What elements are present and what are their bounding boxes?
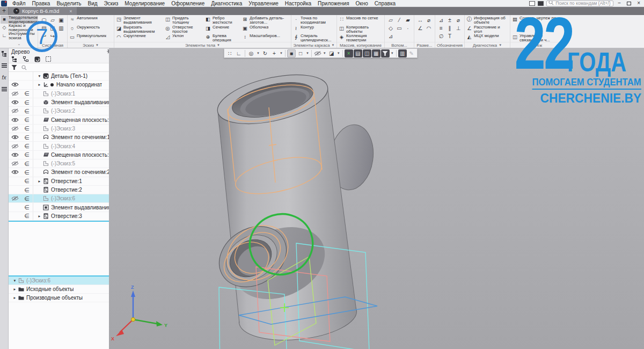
contour-command[interactable]: ≀Контур <box>293 25 335 33</box>
menu-item-12[interactable]: Окно <box>353 1 371 6</box>
tree-row[interactable]: ▸Начало координат <box>9 81 115 89</box>
menu-item-2[interactable]: Правка <box>29 1 54 6</box>
menu-item-10[interactable]: Настройка <box>282 1 314 6</box>
menu-item-13[interactable]: Справка <box>371 1 399 6</box>
tree-row[interactable]: ∈Элемент выдавливания:3 <box>9 203 115 212</box>
fillet-command[interactable]: ◠Скругление <box>116 34 163 42</box>
linked-docs-command[interactable]: ◫Управление связанными ч... <box>512 34 558 42</box>
mass-properties-command[interactable]: ◭МЦХ модели <box>466 34 508 42</box>
toolbar-grip[interactable]: ∷ <box>225 49 234 57</box>
clip-view-icon[interactable]: ◪ <box>327 49 336 57</box>
shaded-view-icon[interactable]: ■ <box>287 49 296 57</box>
dropdown-caret-icon[interactable]: ▼ <box>337 52 340 55</box>
tree-row[interactable]: ∈▸Отверстие:3 <box>9 212 115 221</box>
tree-composition-icon[interactable] <box>23 56 29 62</box>
expand-arrow-icon[interactable]: ▸ <box>12 295 18 300</box>
dropdown-caret-icon[interactable]: ▼ <box>306 52 309 55</box>
visibility-off-icon[interactable] <box>9 196 21 201</box>
visibility-on-icon[interactable] <box>9 170 21 174</box>
thicken-command[interactable]: ◫Придать толщину <box>165 16 203 24</box>
expand-arrow-icon[interactable]: ▸ <box>36 214 42 219</box>
menu-item-5[interactable]: Эскиз <box>101 1 122 6</box>
draft-command[interactable]: ◿Уклон <box>165 34 203 42</box>
simple-hole-command[interactable]: ◎Отверстие простое <box>165 25 203 33</box>
tree-relations-icon[interactable] <box>34 56 40 62</box>
visibility-off-icon[interactable] <box>9 108 21 113</box>
designation4-icon[interactable]: ≡ <box>437 24 445 32</box>
geometry-collection-command[interactable]: ◈Коллекция геометрии <box>339 34 383 42</box>
designation3-icon[interactable]: ⌀ <box>454 16 463 24</box>
expand-arrow-icon[interactable]: ▸ <box>36 179 42 184</box>
aux-plane2-icon[interactable]: ▰ <box>404 16 412 24</box>
maximize-button[interactable] <box>627 2 631 5</box>
angle-dimension-icon[interactable]: ∠ <box>416 24 425 32</box>
group-menu-caret-icon[interactable]: ▼ <box>217 43 220 47</box>
visibility-off-icon[interactable] <box>9 91 21 96</box>
include-in-calc-icon[interactable]: ∈ <box>21 161 32 166</box>
boolean-command[interactable]: ⊕Булева операция <box>205 34 240 42</box>
include-in-calc-icon[interactable]: ∈ <box>21 108 32 114</box>
mode-solid-modeling[interactable]: ■Твердотельное моделирование <box>1 16 38 24</box>
panel-menu-icon[interactable] <box>1 86 8 92</box>
designation8-icon[interactable]: T <box>445 32 454 40</box>
aux-plane-icon[interactable]: ▱ <box>386 16 395 24</box>
grid-pattern-command[interactable]: ∷Массив по сетке <box>339 16 383 24</box>
section-command[interactable]: ◨Сечение <box>205 25 240 33</box>
tree-structure-icon[interactable] <box>11 56 18 62</box>
zoom-icon[interactable]: ◎ <box>247 49 255 57</box>
tree-row[interactable]: ∈(-)Эскиз:5 <box>9 159 115 168</box>
menu-item-1[interactable]: Файл <box>9 1 29 6</box>
tree-row[interactable]: ∈Элемент выдавливания:2 <box>9 98 115 107</box>
model-viewport[interactable]: ∷∟◎▼↻+▼■□▼▼◪▼×▤◫▦▼▥✎ <box>109 48 644 349</box>
include-in-calc-icon[interactable]: ∈ <box>21 170 32 175</box>
diameter-dimension-icon[interactable]: ⌀ <box>425 16 433 24</box>
expand-arrow-icon[interactable]: ▸ <box>12 287 18 292</box>
hide-objects-icon[interactable] <box>313 49 322 57</box>
tree-row[interactable]: ∈(-)Эскиз:4 <box>9 142 115 150</box>
close-button[interactable]: × <box>635 1 642 6</box>
tree-area-select-icon[interactable] <box>45 56 52 62</box>
group-menu-caret-icon[interactable]: ▼ <box>499 43 502 47</box>
include-in-calc-icon[interactable]: ∈ <box>21 187 32 193</box>
visibility-on-icon[interactable] <box>9 152 21 157</box>
menu-item-4[interactable]: Вид <box>85 1 101 6</box>
include-in-calc-icon[interactable]: ∈ <box>21 117 32 122</box>
cut-extrude-command[interactable]: ◪Вырезать выдавливанием <box>116 25 163 33</box>
spiral-command[interactable]: ∮Спираль цилиндрическ... <box>293 34 335 42</box>
expand-arrow-icon[interactable]: ▾ <box>36 74 42 78</box>
aux-axis-icon[interactable]: ⁄ <box>395 16 404 24</box>
menu-item-6[interactable]: Моделирование <box>121 1 168 6</box>
visibility-on-icon[interactable] <box>9 100 21 105</box>
aux-surface-icon[interactable]: ◇ <box>386 24 395 32</box>
tree-panel-icon[interactable] <box>1 50 8 57</box>
linear-dimension-icon[interactable]: ↔ <box>416 16 425 24</box>
menu-item-3[interactable]: Выделить <box>53 1 84 6</box>
include-in-calc-icon[interactable]: ∈ <box>21 152 32 157</box>
designation7-icon[interactable]: ∅ <box>437 32 445 40</box>
include-in-calc-icon[interactable]: ∈ <box>21 126 32 131</box>
subtree-row[interactable]: ▸Производные объекты <box>9 294 115 302</box>
circle-command[interactable]: ○Окружность <box>69 25 112 33</box>
rectangle-command[interactable]: ▭Прямоугольник <box>69 34 112 42</box>
subtree-row[interactable]: ▾(-)Эскиз:6 <box>9 277 115 285</box>
columns-icon[interactable]: ▥ <box>398 49 407 57</box>
menu-item-8[interactable]: Диагностика <box>208 1 245 6</box>
break-links-icon[interactable]: × <box>345 49 353 57</box>
tree-row[interactable]: ∈▸Отверстие:1 <box>9 177 115 186</box>
group-menu-caret-icon[interactable]: ▼ <box>332 43 335 47</box>
include-in-calc-icon[interactable]: ∈ <box>21 91 32 96</box>
designation1-icon[interactable]: ⊿ <box>437 16 445 24</box>
create-drawing-command[interactable]: ▤Создать чертеж по модели <box>512 16 558 24</box>
aux-point-icon[interactable]: ∙ <box>404 24 412 32</box>
dropdown-caret-icon[interactable]: ▼ <box>391 52 394 55</box>
expand-arrow-icon[interactable]: ▸ <box>36 82 42 87</box>
save-as-icon[interactable]: ▥ <box>57 24 65 32</box>
tree-row[interactable]: ∈(-)Эскиз:2 <box>9 107 115 115</box>
tree-row[interactable]: ∈(-)Эскиз:3 <box>9 125 115 133</box>
normal-to-sketch-icon[interactable]: ∟ <box>235 49 243 57</box>
visibility-on-icon[interactable] <box>9 135 21 140</box>
menu-item-11[interactable]: Приложения <box>314 1 353 6</box>
tree-row[interactable]: ∈Элемент по сечениям:1 <box>9 133 115 142</box>
tree-row[interactable]: ∈Смещенная плоскость:3 <box>9 151 115 159</box>
tree-search-icon[interactable] <box>21 63 27 72</box>
